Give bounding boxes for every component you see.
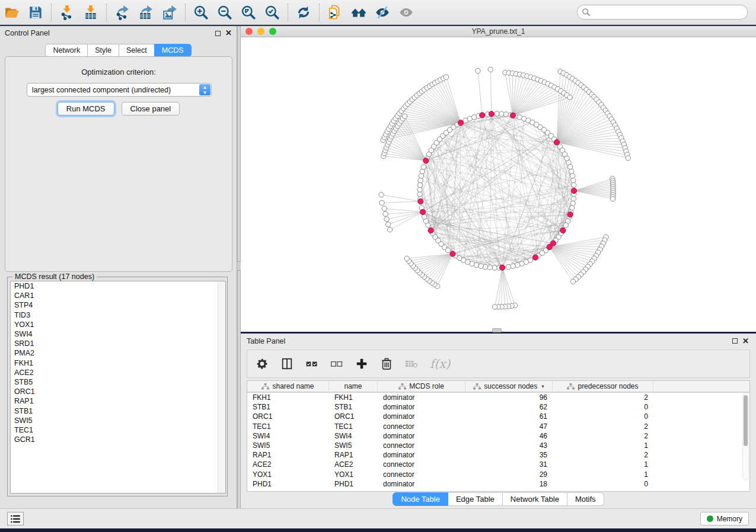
mcds-result-list[interactable]: PHD1CAR1STP4TID3YOX1SWI4SRD1PMA2FKH1ACE2… — [10, 281, 226, 493]
table-cell: connector — [378, 460, 465, 469]
table-cell: 47 — [465, 422, 553, 431]
table-row[interactable]: FKH1FKH1dominator962 — [247, 393, 749, 402]
export-image-button[interactable] — [160, 2, 180, 23]
search-input[interactable] — [577, 5, 748, 20]
export-image-icon — [162, 5, 177, 20]
export-table-button[interactable] — [136, 2, 156, 23]
table-cell: connector — [378, 470, 465, 479]
table-cell: FKH1 — [247, 393, 329, 402]
tab-mcds[interactable]: MCDS — [154, 44, 192, 57]
list-icon — [11, 515, 20, 523]
memory-button[interactable]: Memory — [700, 512, 749, 525]
table-cell: 35 — [465, 451, 553, 459]
sort-chevron-icon: ▾ — [541, 383, 544, 389]
tab-node-table[interactable]: Node Table — [393, 492, 448, 506]
deselect-all-rows-button[interactable] — [330, 357, 343, 370]
mcds-result-item[interactable]: PHD1 — [11, 281, 225, 291]
mcds-result-item[interactable]: ORC1 — [11, 387, 225, 396]
select-all-rows-button[interactable] — [305, 357, 318, 370]
delete-column-button[interactable] — [380, 357, 393, 370]
column-label: predecessor nodes — [578, 382, 638, 390]
table-scrollbar-thumb[interactable] — [744, 395, 748, 446]
mcds-result-item[interactable]: STP4 — [11, 300, 225, 310]
run-mcds-button[interactable]: Run MCDS — [58, 102, 114, 116]
close-panel-icon[interactable]: ✕ — [225, 30, 232, 36]
tab-select[interactable]: Select — [119, 44, 154, 57]
table-scrollbar[interactable] — [742, 393, 749, 480]
mcds-result-item[interactable]: STB1 — [11, 406, 225, 415]
import-table-button[interactable] — [81, 2, 101, 23]
mcds-result-item[interactable]: YOX1 — [11, 320, 225, 329]
criterion-dropdown[interactable]: largest connected component (undirected)… — [27, 83, 212, 97]
tab-motifs[interactable]: Motifs — [567, 492, 604, 506]
add-column-button[interactable] — [355, 357, 368, 370]
node-table-header: shared namenameMCDS rolesuccessor nodes▾… — [247, 381, 749, 393]
control-panel-tabs: NetworkStyleSelectMCDS — [0, 44, 237, 57]
table-row[interactable]: RAP1RAP1dominator352 — [247, 450, 749, 460]
mcds-result-item[interactable]: CAR1 — [11, 291, 225, 300]
show-columns-button[interactable] — [280, 357, 294, 370]
zoom-out-button[interactable] — [215, 2, 235, 23]
column-header-predecessor-nodes[interactable]: predecessor nodes — [553, 381, 653, 392]
mcds-result-item[interactable]: ACE2 — [11, 368, 225, 377]
two-houses-button[interactable] — [349, 2, 369, 23]
zoom-in-button[interactable] — [191, 2, 211, 23]
table-row[interactable]: YOX1YOX1connector291 — [247, 470, 749, 479]
save-session-button[interactable] — [25, 2, 46, 23]
mcds-list-scrollbar[interactable] — [218, 281, 225, 493]
eye-button[interactable] — [396, 2, 416, 23]
table-row[interactable]: STB1STB1dominator620 — [247, 402, 749, 412]
mcds-result-item[interactable]: SWI5 — [11, 416, 225, 425]
table-row[interactable]: SWI4SWI4dominator462 — [247, 431, 749, 441]
column-header-successor-nodes[interactable]: successor nodes▾ — [465, 381, 553, 392]
table-row[interactable]: PHD1PHD1dominator180 — [247, 479, 749, 489]
open-file-button[interactable] — [2, 2, 22, 23]
table-cell: ORC1 — [247, 412, 329, 421]
mcds-result-item[interactable]: TEC1 — [11, 425, 225, 435]
mcds-result-item[interactable]: SWI4 — [11, 329, 225, 339]
mcds-result-item[interactable]: FKH1 — [11, 358, 225, 368]
network-graph — [241, 37, 756, 331]
float-panel-icon[interactable] — [215, 31, 221, 36]
refresh-layout-button[interactable] — [294, 2, 314, 23]
tab-network[interactable]: Network — [45, 44, 87, 57]
toolbar-separator — [319, 4, 320, 21]
mcds-result-item[interactable]: GCR1 — [11, 435, 225, 444]
mcds-result-item[interactable]: SRD1 — [11, 339, 225, 348]
table-row[interactable]: TEC1TEC1connector472 — [247, 422, 749, 431]
zoom-fit-button[interactable] — [238, 2, 259, 23]
table-row[interactable]: SWI5SWI5connector431 — [247, 441, 749, 450]
mcds-result-item[interactable]: RAP1 — [11, 396, 225, 406]
export-network-icon — [114, 5, 130, 20]
float-table-panel-icon[interactable] — [732, 338, 738, 344]
table-row[interactable]: ORC1ORC1dominator610 — [247, 412, 749, 421]
task-history-button[interactable] — [7, 512, 24, 525]
close-panel-button[interactable]: Close panel — [122, 102, 180, 116]
mcds-result-item[interactable]: TID3 — [11, 310, 225, 320]
documents-share-button[interactable] — [325, 2, 345, 23]
horizontal-splitter-handle[interactable] — [492, 328, 502, 332]
hide-eye-button[interactable] — [372, 2, 393, 23]
tab-edge-table[interactable]: Edge Table — [448, 492, 503, 506]
export-network-button[interactable] — [112, 2, 132, 23]
table-cell: 43 — [465, 441, 553, 450]
network-canvas[interactable] — [241, 37, 756, 331]
network-window-titlebar[interactable]: YPA_prune.txt_1 — [241, 26, 756, 37]
zoom-selected-button[interactable] — [262, 2, 282, 23]
mcds-result-group: MCDS result (17 nodes) PHD1CAR1STP4TID3Y… — [7, 277, 228, 496]
tab-style[interactable]: Style — [87, 44, 119, 57]
mcds-result-item[interactable]: PMA2 — [11, 348, 225, 358]
close-table-panel-icon[interactable]: ✕ — [742, 338, 749, 344]
import-network-button[interactable] — [57, 2, 77, 23]
column-header-MCDS-role[interactable]: MCDS role — [378, 381, 465, 392]
main-toolbar — [0, 0, 756, 25]
column-header-shared-name[interactable]: shared name — [247, 381, 329, 392]
mcds-result-item[interactable]: STB5 — [11, 377, 225, 387]
table-row[interactable]: ACE2ACE2connector311 — [247, 460, 749, 469]
table-settings-button[interactable] — [256, 357, 269, 370]
toolbar-separator — [106, 4, 107, 21]
node-table[interactable]: shared namenameMCDS rolesuccessor nodes▾… — [247, 380, 750, 492]
column-header-name[interactable]: name — [329, 381, 378, 392]
tab-network-table[interactable]: Network Table — [503, 492, 567, 506]
search-icon — [582, 8, 591, 17]
